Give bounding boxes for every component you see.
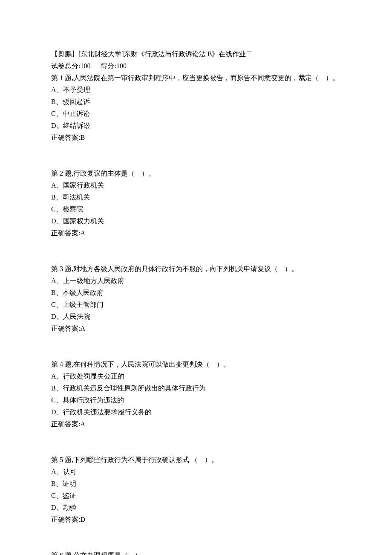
doc-title: 【奥鹏】[东北财经大学]东财《行政法与行政诉讼法 B》在线作业二 — [51, 48, 341, 60]
question-option: A、认可 — [51, 466, 341, 478]
question-answer: 正确答案:A — [51, 227, 341, 239]
question-option: A、行政处罚显失公正的 — [51, 370, 341, 382]
question-option: C、具体行政行为违法的 — [51, 394, 341, 406]
question-option: B、司法机关 — [51, 191, 341, 203]
question-stem: 第 5 题,下列哪些行政行为不属于行政确认形式 （ ）。 — [51, 454, 341, 466]
spacer — [51, 526, 341, 538]
question-option: C、鉴证 — [51, 490, 341, 502]
spacer — [51, 156, 341, 168]
question-option: D、人民法院 — [51, 311, 341, 323]
doc-score: 试卷总分:100 得分:100 — [51, 60, 341, 72]
question-option: B、驳回起诉 — [51, 96, 341, 108]
spacer — [51, 144, 341, 156]
question-answer: 正确答案:D — [51, 514, 341, 526]
question-stem: 第 1 题,人民法院在第一审行政审判程序中，应当更换被告，而原告不同意变更的，裁… — [51, 72, 341, 84]
spacer — [51, 538, 341, 549]
question-option: C、检察院 — [51, 203, 341, 215]
spacer — [51, 239, 341, 251]
question-option: D、勘验 — [51, 502, 341, 514]
spacer — [51, 251, 341, 263]
question-option: D、终结诉讼 — [51, 120, 341, 132]
question-option: A、上一级地方人民政府 — [51, 275, 341, 287]
spacer — [51, 335, 341, 347]
spacer — [51, 430, 341, 442]
question-option: A、不予受理 — [51, 84, 341, 96]
question-option: C、中止诉讼 — [51, 108, 341, 120]
question-option: B、行政机关违反合理性原则所做出的具体行政行为 — [51, 382, 341, 394]
question-stem: 第 3 题,对地方各级人民政府的具体行政行为不服的，向下列机关申请复议（ ）。 — [51, 263, 341, 275]
spacer — [51, 442, 341, 454]
document-page: 【奥鹏】[东北财经大学]东财《行政法与行政诉讼法 B》在线作业二 试卷总分:10… — [0, 0, 392, 555]
question-option: C、上级主管部门 — [51, 299, 341, 311]
spacer — [51, 347, 341, 358]
question-stem: 第 2 题,行政复议的主体是（ ）。 — [51, 168, 341, 179]
question-answer: 正确答案:B — [51, 132, 341, 144]
question-option: B、证明 — [51, 478, 341, 490]
question-answer: 正确答案:A — [51, 418, 341, 430]
question-option: B、本级人民政府 — [51, 287, 341, 299]
question-option: D、国家权力机关 — [51, 215, 341, 227]
question-stem: 第 4 题,在何种情况下，人民法院可以做出变更判决（ ）。 — [51, 358, 341, 370]
question-answer: 正确答案:A — [51, 323, 341, 335]
question-option: D、行政机关违法要求履行义务的 — [51, 406, 341, 418]
question-stem: 第 6 题,公文办理程序是（ ）。 — [51, 549, 341, 555]
question-option: A、国家行政机关 — [51, 179, 341, 191]
